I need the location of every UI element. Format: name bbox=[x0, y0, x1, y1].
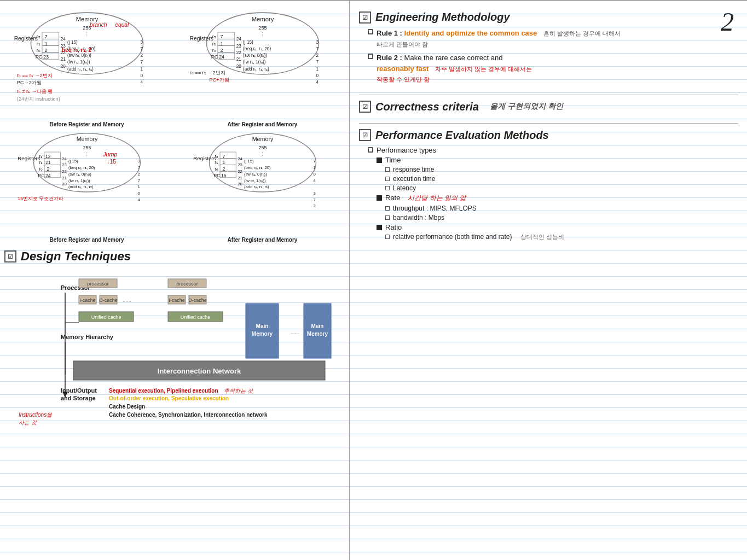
relative-bullet bbox=[385, 235, 390, 239]
svg-text:1: 1 bbox=[220, 41, 223, 46]
svg-text:Memory: Memory bbox=[76, 136, 97, 142]
rule-2-highlight: reasonably fast bbox=[377, 65, 428, 73]
execution-time-item: execution time bbox=[385, 175, 738, 183]
sep-1 bbox=[359, 95, 738, 95]
svg-text:(beq r₀, r₁, 20): (beq r₀, r₁, 20) bbox=[244, 165, 270, 170]
svg-text:255: 255 bbox=[258, 25, 267, 31]
rate-annotation: 시간당 하는 일의 양 bbox=[408, 194, 466, 203]
svg-text:2: 2 bbox=[313, 203, 315, 208]
svg-text:PC: PC bbox=[38, 173, 44, 178]
svg-text:255: 255 bbox=[258, 145, 267, 150]
performance-icon: ☑ bbox=[359, 129, 371, 141]
svg-text:24: 24 bbox=[236, 37, 241, 42]
response-time-label: response time bbox=[393, 166, 434, 173]
svg-text:⋮: ⋮ bbox=[84, 151, 89, 157]
svg-text:Registers: Registers bbox=[193, 155, 216, 161]
rule-2: Rule 2 : Make the rare case correct and … bbox=[368, 52, 738, 85]
svg-text:24: 24 bbox=[60, 37, 66, 42]
left-panel: Memory 255 ⋮ (j 15) (beq r₀, r₁, 20) (sw… bbox=[0, 1, 350, 560]
svg-text:r₀: r₀ bbox=[212, 48, 216, 53]
svg-text:r₂: r₂ bbox=[39, 154, 43, 159]
svg-text:Memory: Memory bbox=[307, 331, 328, 337]
svg-text:Cache Design: Cache Design bbox=[109, 404, 145, 410]
performance-title: ☑ Performance Evaluation Methods bbox=[359, 129, 738, 142]
svg-text:7: 7 bbox=[140, 60, 143, 65]
svg-text:4: 4 bbox=[137, 197, 140, 202]
rule-2-text: Rule 2 : Make the rare case correct and … bbox=[377, 52, 532, 85]
diagram-after-1: Memory 255 ⋮ (j 15) (beq r₀, r₁, 20) (sw… bbox=[180, 10, 345, 127]
throughput-label: throughput : MIPS, MFLOPS bbox=[393, 205, 477, 212]
svg-text:0: 0 bbox=[316, 73, 319, 78]
after-label-2: After Register and Memory bbox=[228, 237, 298, 243]
svg-text:(sw r₂, 0(r₀)): (sw r₂, 0(r₀)) bbox=[68, 172, 91, 177]
svg-text:0: 0 bbox=[313, 172, 316, 177]
svg-text:Memory: Memory bbox=[252, 136, 273, 142]
svg-text:7: 7 bbox=[316, 46, 319, 51]
svg-text:r₂: r₂ bbox=[36, 34, 40, 39]
rule-1: Rule 1 : Identify and optimize the commo… bbox=[368, 28, 738, 49]
svg-text:1: 1 bbox=[316, 67, 319, 72]
perf-types-label: Performance types bbox=[377, 146, 436, 154]
svg-text:Sequential execution, Pipeline: Sequential execution, Pipelined executio… bbox=[109, 388, 218, 394]
svg-text:↓15: ↓15 bbox=[107, 158, 116, 165]
svg-text:사는 것: 사는 것 bbox=[19, 419, 37, 425]
svg-text:7: 7 bbox=[137, 178, 140, 183]
svg-text:15번지로 무조건가라: 15번지로 무조건가라 bbox=[18, 196, 63, 201]
svg-text:22: 22 bbox=[236, 50, 241, 55]
bandwidth-bullet bbox=[385, 215, 390, 220]
latency-bullet bbox=[385, 186, 390, 190]
svg-text:(add r₀, r₁, r₂): (add r₀, r₁, r₂) bbox=[243, 67, 269, 72]
rule-2-label: Rule 2 : bbox=[377, 54, 402, 62]
svg-text:(j 15): (j 15) bbox=[244, 159, 253, 164]
svg-text:r₀ ≠ r₁  →다음 행: r₀ ≠ r₁ →다음 행 bbox=[16, 89, 53, 94]
svg-text:2: 2 bbox=[140, 53, 143, 58]
svg-text:1: 1 bbox=[313, 165, 315, 170]
svg-text:Memory: Memory bbox=[76, 16, 98, 22]
sep-2 bbox=[359, 123, 738, 124]
svg-text:beq r₀, r₁, 2: beq r₀, r₁, 2 bbox=[61, 47, 91, 53]
svg-text:processor: processor bbox=[87, 281, 109, 287]
diagrams-row-1: Memory 255 ⋮ (j 15) (beq r₀, r₁, 20) (sw… bbox=[4, 10, 345, 127]
after-label-1: After Register and Memory bbox=[228, 121, 298, 127]
response-bullet bbox=[385, 167, 390, 172]
svg-text:Registers: Registers bbox=[189, 36, 213, 42]
svg-text:4: 4 bbox=[316, 80, 319, 85]
engineering-icon: ☑ bbox=[359, 11, 371, 24]
svg-text:255: 255 bbox=[83, 145, 91, 150]
rate-item: Rate 시간당 하는 일의 양 bbox=[377, 194, 738, 203]
svg-text:Jump: Jump bbox=[102, 151, 117, 158]
svg-text:23: 23 bbox=[62, 162, 67, 167]
svg-text:21: 21 bbox=[236, 57, 241, 62]
svg-text:24: 24 bbox=[45, 173, 51, 178]
svg-text:2: 2 bbox=[316, 53, 319, 58]
performance-section: ☑ Performance Evaluation Methods Perform… bbox=[359, 129, 738, 241]
svg-text:(add r₀, r₁, r₂): (add r₀, r₁, r₂) bbox=[67, 67, 94, 72]
svg-text:7: 7 bbox=[316, 60, 319, 65]
svg-text:Registers: Registers bbox=[18, 155, 40, 161]
svg-text:⋮: ⋮ bbox=[260, 32, 265, 37]
svg-text:r₂: r₂ bbox=[215, 154, 218, 159]
svg-text:r₀: r₀ bbox=[215, 166, 218, 172]
bandwidth-label: bandwidth : Mbps bbox=[393, 214, 444, 221]
throughput-bullet bbox=[385, 206, 390, 211]
svg-text:Unified cache: Unified cache bbox=[181, 314, 211, 320]
svg-text:2: 2 bbox=[47, 166, 49, 172]
svg-text:D-cache: D-cache bbox=[188, 298, 207, 303]
svg-text:22: 22 bbox=[62, 169, 67, 174]
svg-text:⋮: ⋮ bbox=[84, 32, 89, 37]
svg-text:⋮: ⋮ bbox=[260, 151, 265, 157]
svg-text:Registers: Registers bbox=[14, 36, 37, 42]
correctness-title-text: Correctness criteria bbox=[375, 101, 479, 113]
correctness-section: ☑ Correctness criteria 올게 구현되었지 확인 bbox=[359, 101, 738, 113]
svg-text:1: 1 bbox=[140, 67, 143, 72]
svg-text:3: 3 bbox=[137, 159, 140, 164]
correctness-annotation: 올게 구현되었지 확인 bbox=[490, 102, 563, 112]
perf-types-item: Performance types bbox=[368, 146, 738, 154]
rule-1-bullet bbox=[368, 29, 373, 34]
svg-text:7: 7 bbox=[220, 34, 223, 39]
svg-text:21: 21 bbox=[238, 176, 242, 180]
svg-text:......: ...... bbox=[123, 298, 131, 303]
design-title-text: Design Techniques bbox=[21, 249, 131, 264]
svg-text:2: 2 bbox=[44, 48, 47, 53]
svg-text:1: 1 bbox=[137, 184, 140, 189]
